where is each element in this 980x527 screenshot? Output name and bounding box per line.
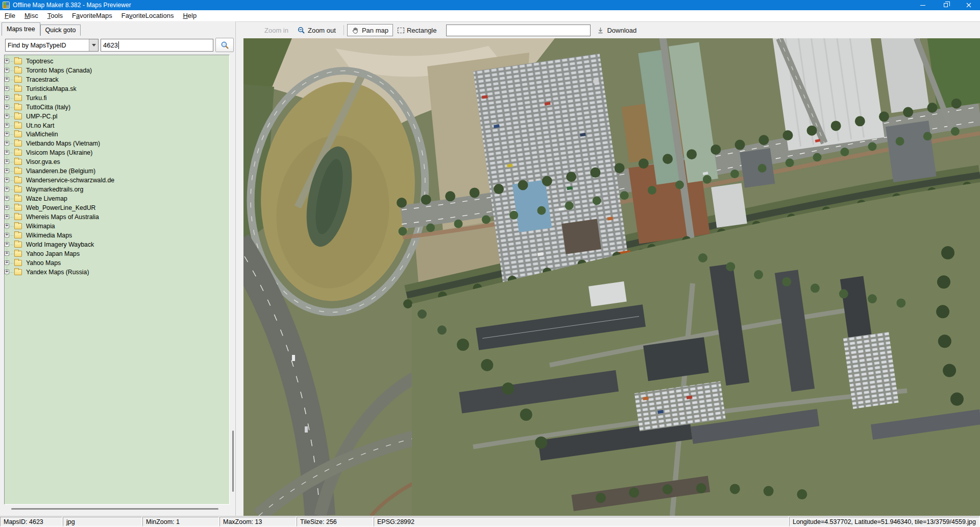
expand-plus-icon[interactable] xyxy=(5,242,9,247)
menu-bar: File Misc Tools FavoriteMaps FavoriteLoc… xyxy=(0,10,980,21)
folder-icon xyxy=(14,95,22,101)
pan-map-label: Pan map xyxy=(362,27,388,34)
tree-item-label: Yahoo Maps xyxy=(26,259,61,267)
zoom-out-icon xyxy=(298,27,305,34)
status-cell-text: jpg xyxy=(66,518,75,525)
folder-icon xyxy=(14,104,22,110)
tree-item[interactable]: Wikimapia xyxy=(5,222,229,231)
panel-tab[interactable]: Maps tree xyxy=(2,22,40,36)
menu-item-accesskey: M xyxy=(24,12,30,19)
tree-item[interactable]: Whereis Maps of Australia xyxy=(5,212,229,222)
menu-item-label: voriteMaps xyxy=(80,12,112,19)
tree-item[interactable]: Tracestrack xyxy=(5,75,229,84)
menu-item[interactable]: Tools xyxy=(43,11,67,20)
tree-item[interactable]: Vlaanderen.be (Belgium) xyxy=(5,166,229,176)
folder-icon xyxy=(14,159,22,165)
expand-plus-icon[interactable] xyxy=(5,86,9,91)
expand-plus-icon[interactable] xyxy=(5,77,9,82)
map-viewport[interactable] xyxy=(243,38,980,516)
minimize-button[interactable] xyxy=(911,0,934,10)
restore-icon xyxy=(944,3,948,7)
menu-item[interactable]: Misc xyxy=(20,11,43,20)
tree-item[interactable]: Turku.fi xyxy=(5,93,229,103)
expand-plus-icon[interactable] xyxy=(5,68,9,73)
combo-dropdown-button[interactable] xyxy=(89,39,98,51)
menu-item[interactable]: Help xyxy=(178,11,201,20)
panel-tab[interactable]: Quick goto xyxy=(40,25,81,36)
menu-item-label: oriteLocations xyxy=(133,12,174,19)
tree-item[interactable]: UMP-PC.pl xyxy=(5,112,229,121)
expand-plus-icon[interactable] xyxy=(5,123,9,128)
expand-plus-icon[interactable] xyxy=(5,114,9,118)
tree-item[interactable]: Topotresc xyxy=(5,57,229,66)
pan-map-button[interactable]: Pan map xyxy=(347,24,393,36)
tree-item[interactable]: TuristickaMapa.sk xyxy=(5,84,229,93)
expand-plus-icon[interactable] xyxy=(5,95,9,100)
download-button[interactable]: Download xyxy=(597,27,636,34)
expand-plus-icon[interactable] xyxy=(5,141,9,146)
tree-item[interactable]: Ut.no Kart xyxy=(5,121,229,130)
rectangle-button[interactable]: Rectangle xyxy=(393,24,442,36)
tree-item[interactable]: World Imagery Wayback xyxy=(5,240,229,249)
tree-item[interactable]: TuttoCitta (Italy) xyxy=(5,103,229,112)
tree-item[interactable]: ViaMichelin xyxy=(5,130,229,139)
expand-plus-icon[interactable] xyxy=(5,59,9,63)
expand-plus-icon[interactable] xyxy=(5,251,9,256)
zoom-in-button[interactable]: Zoom in xyxy=(260,24,293,36)
close-button[interactable] xyxy=(957,0,980,10)
tree-item[interactable]: Waymarkedtrails.org xyxy=(5,185,229,194)
tree-guide xyxy=(10,116,14,117)
menu-item[interactable]: FavoriteMaps xyxy=(67,11,117,20)
status-cell-text: MapsID: 4623 xyxy=(4,518,43,525)
expand-plus-icon[interactable] xyxy=(5,224,9,228)
folder-icon xyxy=(14,196,22,202)
find-mode-select[interactable]: Find by MapsTypeID xyxy=(5,39,99,52)
search-input-value: 4623 xyxy=(103,41,118,49)
zoom-out-button[interactable]: Zoom out xyxy=(293,24,340,36)
tree-item[interactable]: Wikimedia Maps xyxy=(5,231,229,240)
folder-icon xyxy=(14,177,22,183)
expand-plus-icon[interactable] xyxy=(5,205,9,210)
menu-item-label: isc xyxy=(30,12,38,19)
chevron-down-icon xyxy=(92,44,96,46)
search-button[interactable] xyxy=(215,38,234,52)
tree-item[interactable]: Toronto Maps (Canada) xyxy=(5,66,229,75)
tab-label: Quick goto xyxy=(45,27,76,34)
expand-plus-icon[interactable] xyxy=(5,132,9,136)
status-bar: MapsID: 4623 jpg MinZoom: 1 MaxZoom: 13 … xyxy=(0,516,980,527)
tree-vertical-scrollbar[interactable] xyxy=(232,430,234,492)
restore-button[interactable] xyxy=(934,0,957,10)
tree-item[interactable]: Yandex Maps (Russia) xyxy=(5,268,229,277)
tree-horizontal-scrollbar[interactable] xyxy=(11,508,218,510)
expand-plus-icon[interactable] xyxy=(5,214,9,219)
expand-plus-icon[interactable] xyxy=(5,159,9,164)
expand-plus-icon[interactable] xyxy=(5,169,9,173)
expand-plus-icon[interactable] xyxy=(5,233,9,237)
tree-item[interactable]: Yahoo Maps xyxy=(5,258,229,268)
tree-item[interactable]: Visicom Maps (Ukraine) xyxy=(5,148,229,157)
search-input[interactable]: 4623 xyxy=(101,39,213,52)
expand-plus-icon[interactable] xyxy=(5,187,9,191)
expand-plus-icon[interactable] xyxy=(5,270,9,274)
window-title: Offline Map Maker 8.382 - Maps Previewer xyxy=(13,2,131,9)
tree-item[interactable]: Vietbando Maps (Vietnam) xyxy=(5,139,229,148)
tree-item[interactable]: Visor.gva.es xyxy=(5,157,229,166)
expand-plus-icon[interactable] xyxy=(5,105,9,109)
expand-plus-icon[interactable] xyxy=(5,260,9,265)
folder-icon xyxy=(14,150,22,156)
menu-item[interactable]: File xyxy=(0,11,20,20)
menu-item-accesskey: F xyxy=(5,12,9,19)
toolbar-input[interactable] xyxy=(446,25,591,36)
toolbar-separator xyxy=(344,25,344,35)
expand-plus-icon[interactable] xyxy=(5,178,9,182)
tree-item-label: TuttoCitta (Italy) xyxy=(26,104,70,111)
expand-plus-icon[interactable] xyxy=(5,150,9,155)
menu-item[interactable]: FavoriteLocations xyxy=(117,11,179,20)
tree-item[interactable]: Wanderservice-schwarzwald.de xyxy=(5,176,229,185)
status-cell-text: MaxZoom: 13 xyxy=(223,518,262,525)
tree-item[interactable]: Yahoo Japan Maps xyxy=(5,249,229,258)
expand-plus-icon[interactable] xyxy=(5,196,9,201)
tree-item[interactable]: Web_PowerLine_KedUR xyxy=(5,203,229,212)
tree-item[interactable]: Waze Livemap xyxy=(5,194,229,203)
status-cell: MaxZoom: 13 xyxy=(219,517,296,526)
